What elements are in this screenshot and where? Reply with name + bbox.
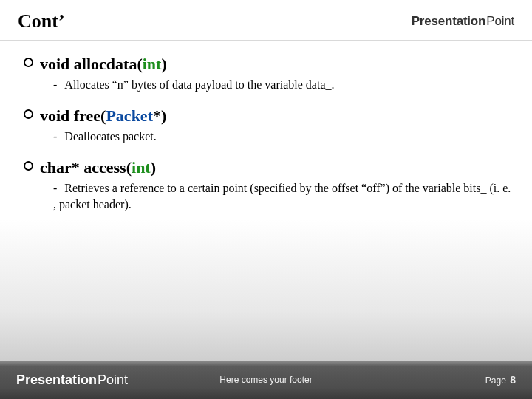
brand-top: Presentation Point bbox=[412, 14, 514, 29]
func-name: * access( bbox=[72, 158, 132, 177]
brand-strong: Presentation bbox=[412, 14, 486, 29]
type: int bbox=[132, 158, 151, 177]
signature-allocdata: void allocdata(int) bbox=[24, 54, 511, 75]
list-item: char* access(int) - Retrieves a referenc… bbox=[24, 157, 511, 221]
bullet-icon bbox=[24, 58, 33, 67]
desc-text: Deallocates packet. bbox=[64, 130, 156, 143]
func-name: free( bbox=[69, 106, 106, 125]
footer-text: Here comes your footer bbox=[219, 375, 312, 385]
brand-strong: Presentation bbox=[16, 372, 97, 388]
list-item: void allocdata(int) - Allocates “n” byte… bbox=[24, 54, 511, 101]
bullet-icon bbox=[24, 161, 33, 171]
paren: *) bbox=[153, 106, 166, 125]
page-label: Page bbox=[485, 375, 506, 386]
type: int bbox=[143, 55, 162, 73]
func-name: allocdata( bbox=[69, 55, 142, 73]
page-indicator: Page 8 bbox=[485, 374, 516, 386]
keyword: char bbox=[40, 158, 72, 177]
brand-light: Point bbox=[486, 14, 514, 29]
slide: Cont’ Presentation Point void allocdata(… bbox=[0, 0, 532, 399]
bullet-icon bbox=[24, 109, 33, 119]
signature-free: void free(Packet*) bbox=[24, 106, 511, 127]
paren: ) bbox=[161, 55, 166, 73]
page-title: Cont’ bbox=[18, 10, 65, 33]
keyword: void bbox=[40, 55, 69, 73]
description: - Allocates “n” bytes of data payload to… bbox=[24, 75, 511, 102]
description: - Deallocates packet. bbox=[24, 127, 511, 154]
brand-bottom: Presentation Point bbox=[16, 372, 128, 388]
dash: - bbox=[53, 78, 60, 91]
footer-bar: Presentation Point Here comes your foote… bbox=[0, 361, 532, 399]
page-number: 8 bbox=[510, 374, 516, 386]
list-item: void free(Packet*) - Deallocates packet. bbox=[24, 106, 511, 153]
desc-text: Retrieves a reference to a certain point… bbox=[53, 182, 511, 211]
keyword: void bbox=[40, 106, 69, 125]
dash: - bbox=[53, 130, 60, 143]
desc-text: Allocates “n” bytes of data payload to t… bbox=[64, 78, 334, 91]
content-area: void allocdata(int) - Allocates “n” byte… bbox=[0, 41, 532, 221]
description: - Retrieves a reference to a certain poi… bbox=[24, 179, 511, 221]
paren: ) bbox=[151, 158, 156, 177]
type-link: Packet bbox=[106, 106, 153, 125]
signature-access: char* access(int) bbox=[24, 157, 511, 179]
brand-light: Point bbox=[98, 372, 128, 388]
header-bar: Cont’ Presentation Point bbox=[0, 0, 532, 41]
dash: - bbox=[53, 182, 60, 194]
